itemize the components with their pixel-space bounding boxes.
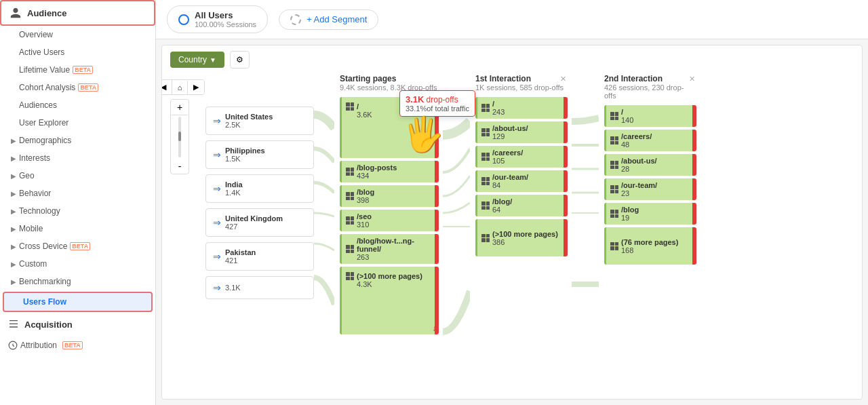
connectors2-svg <box>443 101 470 386</box>
sidebar-item-behavior[interactable]: ▶ Behavior <box>0 185 155 202</box>
sidebar-audience-header[interactable]: Audience <box>0 0 155 26</box>
country-name: Pakistan <box>225 248 256 256</box>
tooltip-label: drop-offs <box>427 95 458 104</box>
sidebar-item-custom[interactable]: ▶ Custom <box>0 255 155 273</box>
sidebar-item-demographics[interactable]: ▶ Demographics <box>0 132 155 149</box>
flow-block[interactable]: (76 more pages) 168 <box>604 227 695 265</box>
country-val: 1.4K <box>225 189 243 197</box>
top-bar: All Users 100.00% Sessions + Add Segment <box>156 0 868 39</box>
flow-block[interactable]: /blog 19 <box>604 203 695 225</box>
page-icon <box>346 168 354 176</box>
flow-block[interactable]: /careers/ 48 <box>604 130 695 151</box>
page-icon <box>610 161 618 169</box>
sidebar-item-lifetime-value[interactable]: Lifetime Value BETA <box>0 61 155 79</box>
page-icon <box>346 272 354 280</box>
col3-close-icon[interactable]: ✕ <box>689 75 695 83</box>
dropoff-bar <box>435 234 439 264</box>
sidebar-item-benchmarking[interactable]: ▶ Benchmarking <box>0 273 155 290</box>
country-column: ⇒ United States 2.5K ⇒ Philippines 1.5K <box>205 74 314 299</box>
nav-home-btn[interactable]: ⌂ <box>172 81 189 94</box>
tooltip-dropoff-val: 3.1K <box>406 94 424 104</box>
country-name: United Kingdom <box>225 214 283 223</box>
connectors3-svg <box>572 101 599 359</box>
country-name: Philippines <box>225 147 265 155</box>
flow-block[interactable]: /blog-posts 434 <box>340 161 437 182</box>
sidebar-item-technology[interactable]: ▶ Technology <box>0 202 155 220</box>
country-val: 1.5K <box>225 155 265 163</box>
expand-arrow: ▶ <box>11 225 16 233</box>
dashed-circle <box>290 14 301 25</box>
flow-block[interactable]: /blog/ 64 <box>475 195 566 216</box>
page-icon <box>346 192 354 200</box>
col3-sub: 426 sessions, 230 drop-offs <box>604 83 695 100</box>
sidebar-item-cross-device[interactable]: ▶ Cross Device BETA <box>0 237 155 255</box>
expand-arrow: ▶ <box>11 172 16 180</box>
beta-badge: BETA <box>73 66 93 74</box>
sidebar-item-interests[interactable]: ▶ Interests <box>0 149 155 167</box>
sidebar-item-users-flow[interactable]: Users Flow <box>3 292 153 312</box>
sidebar-item-overview[interactable]: Overview <box>0 26 155 43</box>
flow-block[interactable]: /blog/how-t...ng-funnel/ 263 <box>340 234 437 264</box>
sidebar-acquisition[interactable]: Acquisition <box>0 313 155 335</box>
segment-sublabel: 100.00% Sessions <box>195 20 256 28</box>
add-segment-btn[interactable]: + Add Segment <box>279 9 378 30</box>
zoom-in-btn[interactable]: + <box>172 100 188 115</box>
col1-title: Starting pages <box>340 74 437 83</box>
flow-block[interactable]: /seo 310 <box>340 210 437 231</box>
page-icon <box>610 185 618 193</box>
arrow-icon: ⇒ <box>213 183 221 194</box>
flow-block[interactable]: / 243 <box>475 97 566 119</box>
person-icon <box>9 7 22 19</box>
country-val: 421 <box>225 256 256 265</box>
flow-block[interactable]: (>100 more pages) 386 <box>475 219 566 256</box>
sidebar-item-geo[interactable]: ▶ Geo <box>0 167 155 185</box>
flow-block[interactable]: /careers/ 105 <box>475 146 566 168</box>
country-name: India <box>225 180 243 189</box>
expand-arrow: ▶ <box>11 155 16 162</box>
dropoff-bar <box>435 185 439 207</box>
segment-label: All Users <box>195 10 256 20</box>
sidebar-attribution[interactable]: Attribution BETA <box>0 335 155 355</box>
flow-toolbar: Country ▼ ⚙ <box>162 45 862 74</box>
all-users-segment[interactable]: All Users 100.00% Sessions <box>167 5 268 33</box>
sidebar-item-cohort-analysis[interactable]: Cohort Analysis BETA <box>0 79 155 96</box>
dropoff-bar <box>564 97 568 119</box>
flow-block[interactable]: /our-team/ 23 <box>604 178 695 200</box>
flow-block[interactable]: /our-team/ 84 <box>475 170 566 192</box>
dropoff-bar <box>692 203 696 225</box>
expand-arrow: ▶ <box>11 137 16 144</box>
sidebar: Audience Overview Active Users Lifetime … <box>0 0 156 405</box>
col2-close-icon[interactable]: ✕ <box>560 75 566 83</box>
country-val: 3.1K <box>225 284 241 292</box>
starting-pages-column: Starting pages 9.4K sessions, 8.3K drop-… <box>334 74 443 334</box>
dropoff-bar <box>435 161 439 182</box>
page-icon <box>346 216 354 225</box>
beta-badge-cross: BETA <box>70 242 90 250</box>
country-card: ⇒ United Kingdom 427 <box>205 208 314 237</box>
page-icon <box>481 177 490 185</box>
flow-area: Country ▼ ⚙ ◀ ⌂ ▶ + - <box>161 45 863 400</box>
nav-back-btn[interactable]: ◀ <box>162 80 172 94</box>
dropoff-bar <box>564 170 568 192</box>
segment-circle <box>178 14 189 25</box>
dropoff-bar <box>692 154 696 176</box>
country-dropdown-btn[interactable]: Country ▼ <box>170 52 224 68</box>
arrow-icon: ⇒ <box>213 282 221 293</box>
zoom-out-btn[interactable]: - <box>173 159 187 174</box>
sidebar-item-mobile[interactable]: ▶ Mobile <box>0 220 155 237</box>
sidebar-item-audiences[interactable]: Audiences <box>0 96 155 114</box>
flow-block[interactable]: (>100 more pages) 4.3K ↓ <box>340 267 437 334</box>
dropoff-tooltip: 3.1K drop-offs 33.1%of total traffic <box>399 90 475 117</box>
page-icon <box>481 128 490 136</box>
flow-block[interactable]: /blog 398 <box>340 185 437 207</box>
settings-gear-btn[interactable]: ⚙ <box>230 51 250 69</box>
flow-block[interactable]: /about-us/ 129 <box>475 121 566 143</box>
col2-header: 1st Interaction ✕ 1K sessions, 585 drop-… <box>470 74 572 97</box>
sidebar-item-user-explorer[interactable]: User Explorer <box>0 114 155 132</box>
zoom-thumb <box>178 132 181 141</box>
flow-block[interactable]: / 140 <box>604 105 695 127</box>
sidebar-item-active-users[interactable]: Active Users <box>0 43 155 61</box>
main-content: All Users 100.00% Sessions + Add Segment… <box>156 0 868 405</box>
page-icon <box>481 104 490 112</box>
flow-block[interactable]: /about-us/ 28 <box>604 154 695 176</box>
